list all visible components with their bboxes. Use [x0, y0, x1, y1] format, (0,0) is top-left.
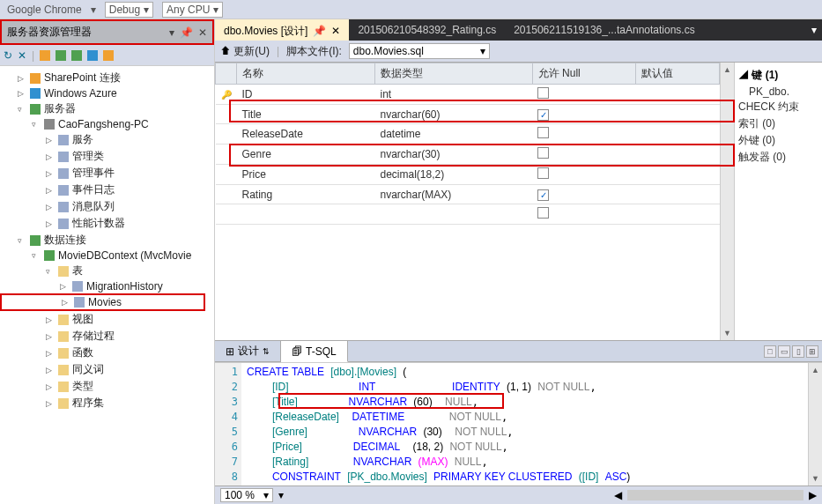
tree-services[interactable]: ▷服务 [0, 131, 214, 148]
cell-name[interactable]: Price [237, 165, 375, 185]
cell-null[interactable] [532, 124, 636, 145]
tree-assemblies[interactable]: ▷程序集 [0, 395, 214, 411]
tree-dbcontext[interactable]: ▿MovieDBContext (MvcMovie [0, 248, 214, 263]
table-row[interactable]: Pricedecimal(18,2) [216, 165, 720, 185]
tab-annotations[interactable]: 201506211519136_...taAnnotations.cs [505, 19, 704, 41]
tree-funcs[interactable]: ▷函数 [0, 345, 214, 361]
cell-default[interactable] [636, 165, 720, 185]
azure-icon[interactable] [87, 50, 98, 61]
tree-migration[interactable]: ▷MigrationHistory [0, 279, 214, 293]
server-icon[interactable] [56, 50, 66, 61]
cell-default[interactable] [636, 185, 720, 204]
tree-msgqueue[interactable]: ▷消息队列 [0, 198, 214, 215]
layout-icons[interactable]: □▭▯⊞ [760, 341, 822, 361]
db-icon[interactable] [71, 50, 82, 61]
other-icon[interactable] [103, 50, 114, 61]
cell-default[interactable] [636, 105, 720, 124]
tab-overflow-icon[interactable]: ▾ [806, 19, 822, 41]
server-tree: ▷SharePoint 连接 ▷Windows Azure ▿服务器 ▿CaoF… [0, 66, 214, 504]
table-row[interactable]: Genrenvarchar(30) [216, 145, 720, 165]
keys-header[interactable]: ◢ 键 (1) [738, 66, 818, 85]
cell-name[interactable]: ID [237, 85, 375, 105]
pin-icon[interactable]: 📌 [180, 26, 193, 39]
trigger-item[interactable]: 触发器 (0) [738, 149, 818, 166]
cell-name[interactable]: ReleaseDate [237, 124, 375, 145]
tab-movies-design[interactable]: dbo.Movies [设计]📌✕ [215, 19, 349, 41]
check-item[interactable]: CHECK 约束 [738, 99, 818, 115]
key-icon [221, 88, 232, 100]
dropdown-icon[interactable]: ▾ [169, 26, 174, 39]
tab-tsql[interactable]: 🗐 T-SQL [281, 341, 348, 362]
tree-eventlog[interactable]: ▷事件日志 [0, 182, 214, 198]
cell-null[interactable] [532, 185, 636, 204]
cell-default[interactable] [636, 85, 720, 105]
cell-null[interactable] [532, 145, 636, 165]
tree-perf[interactable]: ▷性能计数器 [0, 215, 214, 232]
tree-views[interactable]: ▷视图 [0, 311, 214, 328]
null-checkbox[interactable] [537, 167, 549, 179]
connect-icon[interactable] [40, 50, 50, 61]
col-default: 默认值 [636, 63, 720, 85]
null-checkbox[interactable] [537, 127, 549, 138]
cell-null[interactable] [532, 105, 636, 124]
tree-movies[interactable]: ▷Movies [0, 293, 205, 311]
tree-azure[interactable]: ▷Windows Azure [0, 86, 214, 100]
hscroll-left[interactable]: ◀ [614, 489, 622, 501]
null-checkbox[interactable] [537, 87, 549, 99]
tree-tables[interactable]: ▿表 [0, 263, 214, 279]
cell-default[interactable] [636, 145, 720, 165]
table-row[interactable]: Ratingnvarchar(MAX) [216, 185, 720, 204]
dropdown-arrow-icon[interactable]: ▾ [91, 4, 96, 16]
hscroll-right[interactable]: ▶ [809, 489, 817, 501]
table-row[interactable]: Titlenvarchar(60) [216, 105, 720, 124]
tab-rating[interactable]: 201506210548392_Rating.cs [349, 19, 505, 41]
vscroll[interactable]: ▲▼ [720, 63, 734, 340]
index-item[interactable]: 索引 (0) [738, 115, 818, 132]
cell-null[interactable] [532, 85, 636, 105]
cell-type[interactable]: decimal(18,2) [374, 165, 532, 185]
null-checkbox[interactable] [537, 189, 549, 201]
tree-types[interactable]: ▷类型 [0, 378, 214, 395]
sql-code[interactable]: CREATE TABLE [dbo].[Movies] ( [ID] INT I… [241, 363, 808, 485]
null-checkbox[interactable] [537, 109, 549, 121]
cell-type[interactable]: nvarchar(60) [374, 105, 532, 124]
cell-type[interactable]: datetime [374, 124, 532, 145]
cell-type[interactable]: int [374, 85, 532, 105]
tree-sharepoint[interactable]: ▷SharePoint 连接 [0, 70, 214, 86]
stop-icon[interactable]: ✕ [18, 49, 26, 62]
tree-mgmt[interactable]: ▷管理类 [0, 148, 214, 165]
pin-icon[interactable]: 📌 [313, 25, 326, 37]
scriptfile-label: 脚本文件(I): [286, 44, 342, 59]
sql-editor[interactable]: 123456789 CREATE TABLE [dbo].[Movies] ( … [215, 362, 822, 485]
cell-name[interactable]: Rating [237, 185, 375, 204]
tree-sprocs[interactable]: ▷存储过程 [0, 328, 214, 345]
tree-events[interactable]: ▷管理事件 [0, 165, 214, 182]
tab-design[interactable]: ⊞ 设计 ⇅ [215, 341, 281, 361]
cell-default[interactable] [636, 124, 720, 145]
cell-name[interactable]: Title [237, 105, 375, 124]
tree-pc[interactable]: ▿CaoFangsheng-PC [0, 117, 214, 131]
zoom-combo[interactable]: 100 %▾ [220, 488, 273, 502]
close-icon[interactable]: ✕ [198, 26, 207, 39]
cell-type[interactable]: nvarchar(MAX) [374, 185, 532, 204]
table-row[interactable]: ReleaseDatedatetime [216, 124, 720, 145]
update-button[interactable]: 🡅 更新(U) [220, 44, 270, 59]
cell-type[interactable]: nvarchar(30) [374, 145, 532, 165]
pk-item[interactable]: PK_dbo. [738, 85, 818, 99]
scriptfile-combo[interactable]: dbo.Movies.sql▾ [349, 43, 490, 59]
tree-server[interactable]: ▿服务器 [0, 100, 214, 117]
sql-vscroll[interactable]: ▲▼ [808, 363, 822, 485]
close-icon[interactable]: ✕ [331, 25, 340, 37]
browser-label: Google Chrome [7, 4, 82, 16]
refresh-icon[interactable]: ↻ [4, 49, 12, 62]
table-row[interactable]: IDint [216, 85, 720, 105]
tree-dataconn[interactable]: ▿数据连接 [0, 232, 214, 248]
null-checkbox[interactable] [537, 147, 549, 159]
tree-synonyms[interactable]: ▷同义词 [0, 361, 214, 378]
cell-name[interactable]: Genre [237, 145, 375, 165]
config-dropdown[interactable]: Debug▾ [105, 2, 153, 18]
fk-item[interactable]: 外键 (0) [738, 132, 818, 149]
cell-null[interactable] [532, 165, 636, 185]
server-explorer-pane: 服务器资源管理器 ▾ 📌 ✕ ↻ ✕ | ▷SharePoint 连接 ▷Win… [0, 19, 215, 504]
cpu-dropdown[interactable]: Any CPU▾ [162, 2, 223, 18]
